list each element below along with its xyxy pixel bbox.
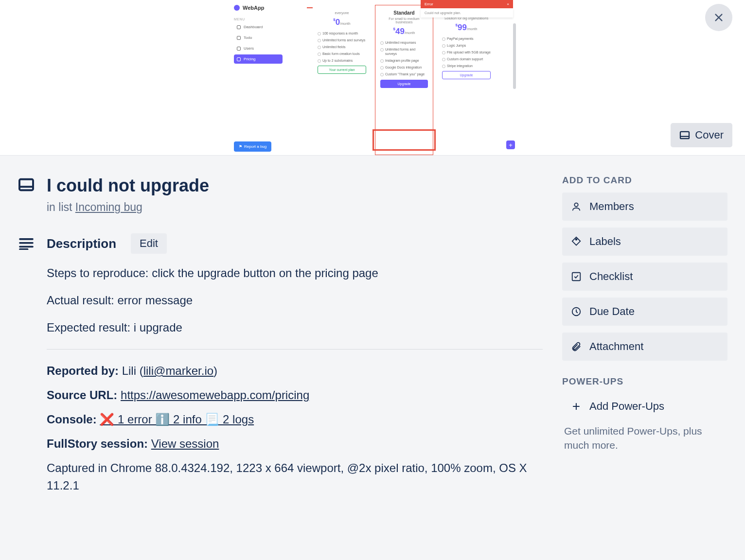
- clock-icon: [571, 306, 582, 317]
- capture-env: Captured in Chrome 88.0.4324.192, 1223 x…: [47, 459, 543, 494]
- inner-pricing-cards: everyone $0/month 100 responses a month …: [292, 0, 516, 155]
- due-date-button[interactable]: Due Date: [562, 298, 727, 326]
- inner-app-name: WebApp: [243, 5, 264, 11]
- fullstory-link[interactable]: View session: [151, 437, 219, 450]
- card-cover: WebApp MENU Dashboard Todo Users Pricing…: [0, 0, 745, 156]
- add-powerups-button[interactable]: + Add Power-Ups: [562, 394, 727, 419]
- description-heading: Description: [47, 236, 116, 251]
- members-button[interactable]: Members: [562, 192, 727, 221]
- reporter-email-link[interactable]: lili@marker.io: [143, 364, 213, 377]
- inner-fab-icon: +: [506, 140, 515, 149]
- svg-point-12: [574, 203, 578, 207]
- powerups-note: Get unlimited Power-Ups, plus much more.: [562, 424, 727, 453]
- plus-icon: +: [571, 400, 582, 413]
- annotation-highlight-box: [372, 129, 436, 151]
- error-title: Error: [425, 2, 433, 6]
- powerups-heading: POWER-UPS: [562, 376, 727, 387]
- cover-screenshot: WebApp MENU Dashboard Todo Users Pricing…: [229, 0, 516, 155]
- inner-scrollbar: [513, 23, 516, 89]
- console-link[interactable]: ❌ 1 error ℹ️ 2 info 📃 2 logs: [100, 413, 254, 426]
- labels-icon: [571, 236, 582, 247]
- desc-expected: Expected result: i upgrade: [47, 319, 543, 336]
- add-to-card-heading: ADD TO CARD: [562, 175, 727, 186]
- svg-point-13: [576, 239, 577, 240]
- labels-button[interactable]: Labels: [562, 228, 727, 256]
- edit-description-button[interactable]: Edit: [131, 233, 167, 254]
- desc-steps: Steps to reproduce: click the upgrade bu…: [47, 264, 543, 282]
- desc-divider: [47, 349, 543, 350]
- card-title[interactable]: I could not upgrade: [47, 175, 209, 196]
- source-url-link[interactable]: https://awesomewebapp.com/pricing: [121, 388, 309, 402]
- inner-menu-label: MENU: [234, 18, 283, 21]
- svg-rect-14: [572, 273, 581, 281]
- inner-logo: WebApp: [234, 5, 283, 11]
- cover-button[interactable]: Cover: [671, 123, 732, 147]
- pricing-icon: [237, 57, 241, 61]
- inner-menu-users: Users: [234, 44, 283, 53]
- inner-report-bug-button: ⚑Report a bug: [234, 141, 271, 152]
- plan-free-cta: Your current plan: [318, 66, 366, 74]
- description-icon: [18, 237, 34, 250]
- plan-standard: Standard For small to medium businesses …: [375, 5, 433, 155]
- bug-icon: ⚑: [239, 144, 242, 149]
- plan-enterprise: Enterprise Solution for big organization…: [437, 5, 496, 155]
- attachment-button[interactable]: Attachment: [562, 332, 727, 361]
- dashboard-icon: [237, 25, 241, 29]
- checklist-button[interactable]: Checklist: [562, 262, 727, 291]
- cover-icon: [679, 131, 690, 140]
- error-body: Could not upgrade plan.: [421, 8, 513, 18]
- checklist-icon: [571, 271, 582, 282]
- attachment-icon: [571, 341, 582, 352]
- plan-enterprise-cta: Upgrade: [442, 71, 491, 79]
- inner-error-banner: Error× Could not upgrade plan.: [421, 0, 513, 18]
- todo-icon: [237, 36, 241, 40]
- description-content[interactable]: Steps to reproduce: click the upgrade bu…: [47, 264, 543, 494]
- cover-button-label: Cover: [695, 129, 724, 141]
- svg-rect-4: [680, 132, 689, 139]
- users-icon: [237, 47, 241, 51]
- members-icon: [571, 201, 582, 212]
- inner-menu-todo: Todo: [234, 33, 283, 42]
- list-link[interactable]: Incoming bug: [75, 201, 142, 213]
- inner-menu-dashboard: Dashboard: [234, 22, 283, 32]
- inner-sidebar: WebApp MENU Dashboard Todo Users Pricing…: [229, 0, 287, 157]
- bug-metadata: Reported by: Lili (lili@marker.io) Sourc…: [47, 362, 543, 494]
- logo-dot-icon: [234, 5, 240, 11]
- desc-actual: Actual result: error message: [47, 292, 543, 309]
- svg-rect-6: [19, 179, 33, 190]
- card-icon: [18, 178, 35, 192]
- inner-menu-pricing: Pricing: [234, 54, 283, 64]
- plan-free: everyone $0/month 100 responses a month …: [313, 5, 371, 155]
- close-button[interactable]: [705, 4, 732, 31]
- error-close-icon: ×: [507, 2, 509, 6]
- list-info: in list Incoming bug: [47, 201, 543, 214]
- close-icon: [713, 12, 724, 23]
- plan-standard-cta: Upgrade: [380, 80, 428, 88]
